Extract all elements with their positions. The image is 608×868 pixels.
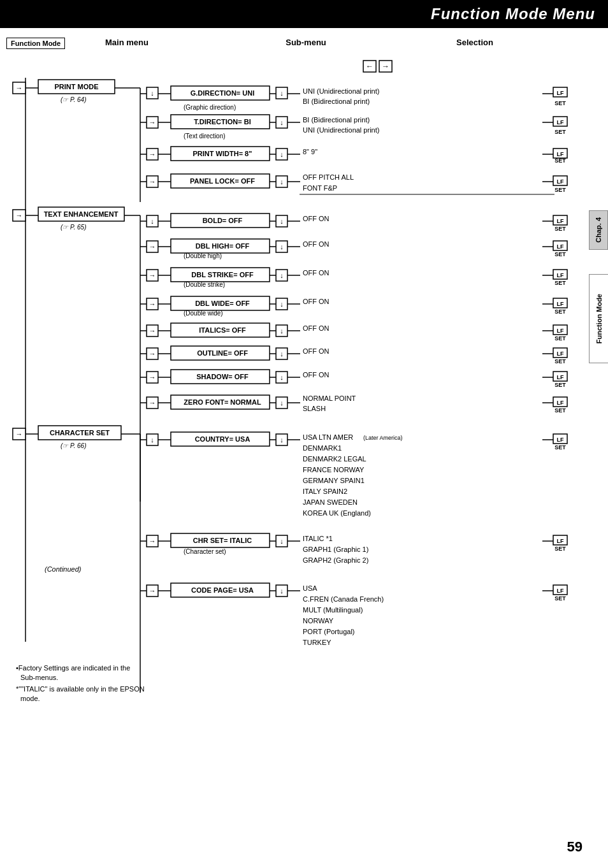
- svg-text:LF: LF: [557, 588, 564, 594]
- svg-text:OFF     PITCH    ALL: OFF PITCH ALL: [303, 173, 354, 181]
- svg-text:LF: LF: [557, 272, 564, 278]
- svg-text:ZERO FONT= NORMAL: ZERO FONT= NORMAL: [184, 398, 261, 406]
- svg-text:↓: ↓: [280, 399, 284, 407]
- svg-text:→: →: [149, 587, 156, 595]
- svg-text:GERMANY    SPAIN1: GERMANY SPAIN1: [303, 477, 365, 484]
- svg-text:LF: LF: [557, 538, 564, 544]
- diagram-svg: ← → → PRINT MODE (☞ P. 64) ↓: [6, 55, 586, 795]
- function-mode-tab-label: Function Mode: [595, 294, 603, 344]
- svg-text:LF: LF: [557, 351, 564, 357]
- svg-text:↓: ↓: [280, 150, 284, 158]
- svg-text:(☞ P. 66): (☞ P. 66): [61, 442, 87, 449]
- svg-text:SLASH: SLASH: [303, 405, 326, 412]
- svg-text:TEXT ENHANCEMENT: TEXT ENHANCEMENT: [44, 210, 119, 218]
- svg-text:SET: SET: [554, 444, 566, 451]
- header-row: Function Mode Main menu Sub-menu Selecti…: [6, 38, 586, 49]
- svg-text:(Double wide): (Double wide): [184, 310, 223, 317]
- svg-text:(Text direction): (Text direction): [184, 133, 226, 140]
- svg-text:↓: ↓: [280, 537, 284, 545]
- svg-text:OFF        ON: OFF ON: [303, 298, 329, 305]
- svg-text:SET: SET: [554, 226, 566, 232]
- svg-text:(☞ P. 64): (☞ P. 64): [61, 96, 87, 103]
- svg-text:↓: ↓: [280, 89, 284, 97]
- header-selection: Selection: [389, 38, 561, 49]
- svg-text:SET: SET: [554, 280, 566, 286]
- svg-text:→: →: [382, 62, 389, 71]
- svg-text:→: →: [16, 212, 23, 219]
- svg-text:→: →: [149, 537, 156, 545]
- svg-text:BI (Bidirectional print): BI (Bidirectional print): [303, 98, 370, 105]
- svg-text:→: →: [16, 84, 23, 92]
- svg-text:SET: SET: [554, 187, 566, 193]
- svg-text:SHADOW=        OFF: SHADOW= OFF: [196, 373, 249, 380]
- svg-text:C.FREN (Canada French): C.FREN (Canada French): [303, 595, 384, 603]
- svg-text:SET: SET: [554, 595, 566, 602]
- svg-text:CODE PAGE=   USA: CODE PAGE= USA: [191, 586, 254, 594]
- svg-text:DBL HIGH=       OFF: DBL HIGH= OFF: [196, 242, 250, 250]
- svg-text:OFF        ON: OFF ON: [303, 215, 329, 222]
- svg-text:DENMARK1: DENMARK1: [303, 444, 342, 452]
- svg-text:DBL WIDE=      OFF: DBL WIDE= OFF: [195, 300, 250, 307]
- header-main-menu: Main menu: [105, 38, 223, 49]
- svg-text:(Double high): (Double high): [184, 252, 222, 259]
- svg-text:PORT (Portugal): PORT (Portugal): [303, 628, 355, 635]
- svg-text:SET: SET: [554, 157, 566, 164]
- svg-text:→: →: [149, 300, 156, 308]
- svg-text:NORMAL    POINT: NORMAL POINT: [303, 394, 356, 402]
- svg-text:OFF        ON: OFF ON: [303, 347, 329, 355]
- svg-text:OFF        ON: OFF ON: [303, 324, 329, 332]
- svg-text:→: →: [149, 327, 156, 335]
- svg-text:(Character set): (Character set): [184, 548, 226, 555]
- page-number: 59: [567, 839, 583, 855]
- svg-text:OFF        ON: OFF ON: [303, 371, 329, 379]
- svg-text:→: →: [149, 243, 156, 250]
- svg-text:→: →: [149, 271, 156, 279]
- svg-text:↓: ↓: [280, 300, 284, 308]
- svg-text:↓: ↓: [280, 327, 284, 335]
- svg-text:↓: ↓: [150, 217, 154, 225]
- svg-text:→: →: [149, 119, 156, 126]
- svg-text:←: ←: [366, 62, 373, 71]
- svg-text:SET: SET: [554, 251, 566, 257]
- page-title: Function Mode Menu: [431, 5, 595, 22]
- svg-text:G.DIRECTION=    UNI: G.DIRECTION= UNI: [191, 89, 255, 97]
- svg-text:•Factory Settings are indicate: •Factory Settings are indicated in the: [16, 664, 130, 672]
- svg-text:SET: SET: [554, 382, 566, 388]
- svg-text:↓: ↓: [280, 587, 284, 595]
- svg-text:→: →: [149, 373, 156, 381]
- svg-text:LF: LF: [557, 437, 564, 443]
- svg-text:OFF        ON: OFF ON: [303, 269, 329, 277]
- svg-text:TURKEY: TURKEY: [303, 639, 331, 646]
- svg-text:T.DIRECTION=    BI: T.DIRECTION= BI: [194, 118, 251, 126]
- svg-text:LF: LF: [557, 90, 564, 96]
- svg-text:↓: ↓: [280, 350, 284, 358]
- svg-text:SET: SET: [554, 358, 566, 365]
- svg-text:LF: LF: [557, 178, 564, 185]
- svg-text:(Graphic direction): (Graphic direction): [184, 104, 236, 111]
- svg-text:LF: LF: [557, 119, 564, 126]
- svg-text:(Later America): (Later America): [363, 435, 403, 441]
- main-content: Function Mode Main menu Sub-menu Selecti…: [0, 34, 608, 801]
- svg-text:FONT    F&P: FONT F&P: [303, 184, 337, 192]
- svg-text:LF: LF: [557, 218, 564, 224]
- svg-text:GRAPH1 (Graphic 1): GRAPH1 (Graphic 1): [303, 546, 368, 553]
- svg-text:↓: ↓: [280, 217, 284, 225]
- svg-text:JAPAN         SWEDEN: JAPAN SWEDEN: [303, 498, 358, 506]
- svg-text:USA: USA: [303, 584, 317, 592]
- svg-text:↓: ↓: [280, 178, 284, 185]
- svg-text:CHARACTER SET: CHARACTER SET: [50, 429, 110, 437]
- svg-text:SET: SET: [554, 129, 566, 135]
- function-mode-tab: Function Mode: [589, 274, 608, 363]
- svg-text:KOREA        UK (England): KOREA UK (England): [303, 509, 371, 517]
- svg-text:SET: SET: [554, 546, 566, 552]
- svg-text:8"        9": 8" 9": [303, 148, 317, 156]
- svg-text:LF: LF: [557, 374, 564, 380]
- svg-text:DBL STRIKE=    OFF: DBL STRIKE= OFF: [191, 271, 254, 278]
- svg-text:→: →: [149, 178, 156, 185]
- svg-text:↓: ↓: [280, 243, 284, 250]
- svg-text:PRINT MODE: PRINT MODE: [54, 83, 98, 90]
- svg-text:LF: LF: [557, 151, 564, 157]
- svg-text:LF: LF: [557, 400, 564, 406]
- header-sub-menu: Sub-menu: [223, 38, 389, 49]
- svg-text:SET: SET: [554, 335, 566, 342]
